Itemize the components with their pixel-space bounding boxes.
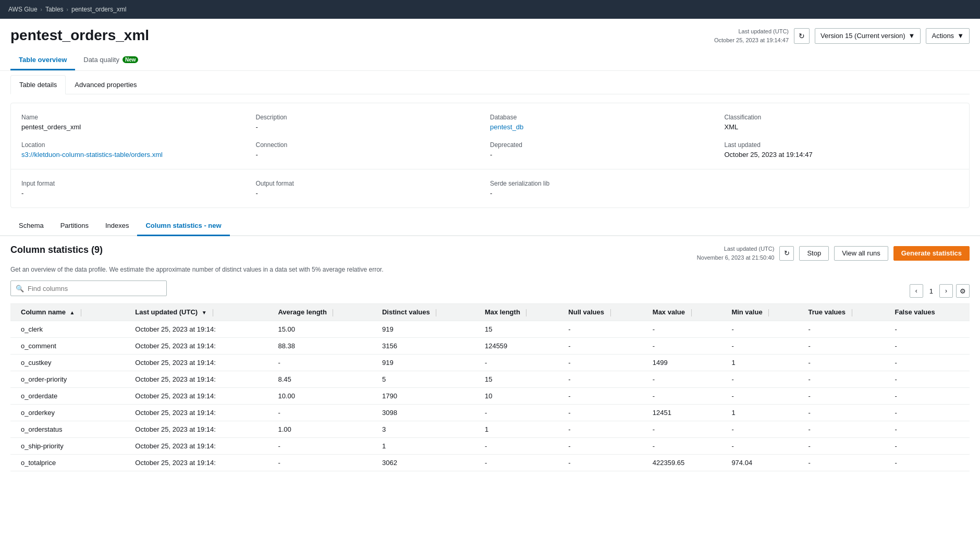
last-updated-label: Last updated (UTC) xyxy=(714,27,789,36)
sub-tab-advanced-properties[interactable]: Advanced properties xyxy=(66,75,145,94)
column-statistics-header: Column statistics (9) Last updated (UTC)… xyxy=(10,245,970,262)
th-null-values[interactable]: Null values xyxy=(562,304,646,321)
bottom-tab-schema[interactable]: Schema xyxy=(10,216,52,236)
table-row[interactable]: o_clerkOctober 25, 2023 at 19:14:15.0091… xyxy=(10,321,970,337)
th-last-updated[interactable]: Last updated (UTC) ▼ xyxy=(129,304,272,321)
detail-serde: Serde serialization lib - xyxy=(490,180,725,197)
table-row[interactable]: o_order-priorityOctober 25, 2023 at 19:1… xyxy=(10,371,970,387)
th-false-values[interactable]: False values xyxy=(888,304,970,321)
detail-output-format-label: Output format xyxy=(256,180,491,187)
cell-row4-col2: 10.00 xyxy=(272,387,376,404)
prev-page-button[interactable]: ‹ xyxy=(910,284,923,298)
th-column-name-label: Column name xyxy=(21,308,66,316)
actions-dropdown-button[interactable]: Actions ▼ xyxy=(926,28,970,44)
cell-row7-col6: - xyxy=(646,437,726,454)
cell-row5-col3: 3098 xyxy=(376,404,479,421)
page-tabs: Table overview Data quality New xyxy=(10,51,970,70)
table-row[interactable]: o_commentOctober 25, 2023 at 19:14:88.38… xyxy=(10,337,970,354)
th-distinct-values-label: Distinct values xyxy=(382,308,430,316)
cell-row3-col3: 5 xyxy=(376,371,479,387)
cell-row2-col5: - xyxy=(562,354,646,371)
cell-row3-col2: 8.45 xyxy=(272,371,376,387)
col-stats-title-text: Column statistics xyxy=(10,245,89,255)
bottom-tab-indexes[interactable]: Indexes xyxy=(97,216,138,236)
detail-location-value[interactable]: s3://kletduon-column-statistics-table/or… xyxy=(21,151,163,158)
stop-button[interactable]: Stop xyxy=(799,246,829,261)
cell-row3-col0: o_order-priority xyxy=(10,371,129,387)
cell-row1-col9: - xyxy=(888,337,970,354)
column-statistics-title: Column statistics (9) xyxy=(10,245,103,255)
search-and-pagination: 🔍 ‹ 1 › ⚙ xyxy=(10,280,970,303)
sub-tab-table-details-label: Table details xyxy=(19,81,57,89)
table-row[interactable]: o_ship-priorityOctober 25, 2023 at 19:14… xyxy=(10,437,970,454)
cell-row6-col4: 1 xyxy=(479,421,562,437)
breadcrumb-tables[interactable]: Tables xyxy=(45,6,64,13)
generate-statistics-button[interactable]: Generate statistics xyxy=(893,246,970,261)
version-dropdown[interactable]: Version 15 (Current version) ▼ xyxy=(815,28,921,44)
detail-input-format: Input format - xyxy=(21,180,256,197)
table-row[interactable]: o_orderkeyOctober 25, 2023 at 19:14:-309… xyxy=(10,404,970,421)
col-divider-2 xyxy=(333,309,333,316)
col-stats-count: 9 xyxy=(94,245,100,255)
breadcrumb-current: pentest_orders_xml xyxy=(71,6,126,13)
tab-data-quality[interactable]: Data quality New xyxy=(75,51,146,70)
cell-row8-col4: - xyxy=(479,454,562,471)
cell-row2-col2: - xyxy=(272,354,376,371)
bottom-tab-column-statistics[interactable]: Column statistics - new xyxy=(137,216,229,236)
col-divider-6 xyxy=(691,309,692,316)
cell-row5-col5: - xyxy=(562,404,646,421)
th-distinct-values[interactable]: Distinct values xyxy=(376,304,479,321)
details-grid: Name pentest_orders_xml Description - Da… xyxy=(11,103,969,208)
next-page-button[interactable]: › xyxy=(939,284,953,298)
th-max-length[interactable]: Max length xyxy=(479,304,562,321)
col-stats-last-updated-value: November 6, 2023 at 21:50:40 xyxy=(697,253,775,262)
cell-row2-col0: o_custkey xyxy=(10,354,129,371)
col-stats-refresh-button[interactable]: ↻ xyxy=(779,246,794,261)
table-row[interactable]: o_custkeyOctober 25, 2023 at 19:14:-919-… xyxy=(10,354,970,371)
bottom-tab-partitions[interactable]: Partitions xyxy=(52,216,97,236)
col-stats-last-updated: Last updated (UTC) November 6, 2023 at 2… xyxy=(697,245,775,262)
detail-location-label: Location xyxy=(21,141,256,149)
tab-table-overview[interactable]: Table overview xyxy=(10,51,75,70)
th-min-value-label: Min value xyxy=(731,308,762,316)
cell-row0-col5: - xyxy=(562,321,646,337)
cell-row1-col0: o_comment xyxy=(10,337,129,354)
sub-tab-advanced-properties-label: Advanced properties xyxy=(75,81,137,89)
detail-separator xyxy=(11,169,969,169)
view-all-runs-button[interactable]: View all runs xyxy=(834,246,888,261)
col-divider-0 xyxy=(81,309,81,316)
th-false-values-label: False values xyxy=(895,308,935,316)
th-true-values[interactable]: True values xyxy=(802,304,888,321)
cell-row7-col9: - xyxy=(888,437,970,454)
th-column-name[interactable]: Column name ▲ xyxy=(10,304,129,321)
sub-tab-table-details[interactable]: Table details xyxy=(10,75,66,94)
page-header: pentest_orders_xml Last updated (UTC) Oc… xyxy=(0,19,980,71)
detail-serde-label: Serde serialization lib xyxy=(490,180,725,187)
new-badge: New xyxy=(123,56,139,63)
table-row[interactable]: o_orderstatusOctober 25, 2023 at 19:14:1… xyxy=(10,421,970,437)
detail-location: Location s3://kletduon-column-statistics… xyxy=(21,141,256,158)
th-avg-length[interactable]: Average length xyxy=(272,304,376,321)
cell-row3-col1: October 25, 2023 at 19:14: xyxy=(129,371,272,387)
detail-serde-value: - xyxy=(490,189,725,197)
cell-row1-col5: - xyxy=(562,337,646,354)
cell-row1-col1: October 25, 2023 at 19:14: xyxy=(129,337,272,354)
cell-row2-col6: 1499 xyxy=(646,354,726,371)
th-max-value[interactable]: Max value xyxy=(646,304,726,321)
breadcrumb-sep-1: › xyxy=(41,7,42,13)
table-row[interactable]: o_totalpriceOctober 25, 2023 at 19:14:-3… xyxy=(10,454,970,471)
th-min-value[interactable]: Min value xyxy=(725,304,802,321)
search-input[interactable] xyxy=(10,280,167,296)
cell-row0-col0: o_clerk xyxy=(10,321,129,337)
col-divider-7 xyxy=(768,309,769,316)
detail-database-value[interactable]: pentest_db xyxy=(490,123,523,131)
cell-row2-col3: 919 xyxy=(376,354,479,371)
gen-stats-label: Generate statistics xyxy=(901,249,962,257)
breadcrumb-aws-glue[interactable]: AWS Glue xyxy=(8,6,38,13)
table-settings-button[interactable]: ⚙ xyxy=(956,284,970,298)
cell-row0-col3: 919 xyxy=(376,321,479,337)
th-null-values-label: Null values xyxy=(568,308,604,316)
cell-row7-col0: o_ship-priority xyxy=(10,437,129,454)
refresh-button[interactable]: ↻ xyxy=(794,28,810,44)
table-row[interactable]: o_orderdateOctober 25, 2023 at 19:14:10.… xyxy=(10,387,970,404)
